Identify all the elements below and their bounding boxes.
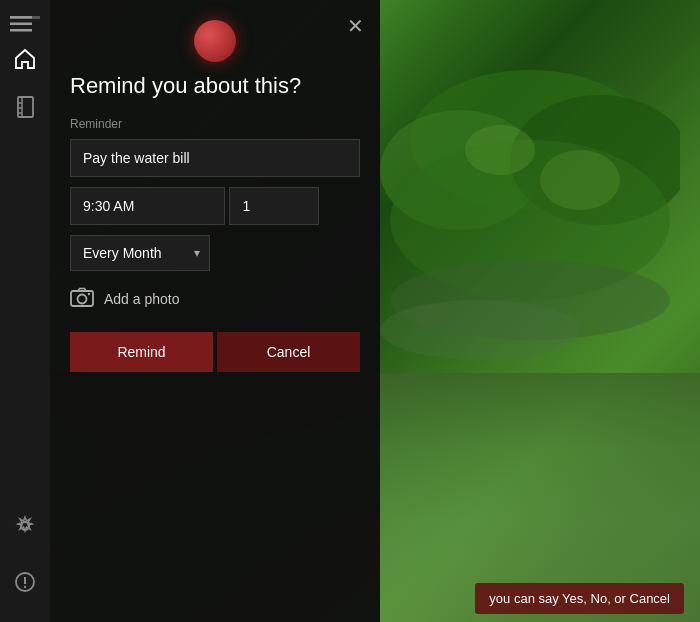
sidebar-hamburger[interactable] [10, 16, 40, 19]
svg-point-23 [88, 292, 90, 294]
cortana-orb [194, 20, 236, 62]
svg-rect-10 [10, 29, 32, 32]
action-buttons: Remind Cancel [70, 332, 360, 372]
reminder-time-input[interactable] [70, 187, 225, 225]
dialog-content: Remind you about this? Reminder Every Da… [50, 72, 380, 622]
svg-point-20 [24, 586, 26, 588]
remind-button[interactable]: Remind [70, 332, 213, 372]
reminder-day-input[interactable] [229, 187, 319, 225]
svg-point-6 [540, 150, 620, 210]
sidebar-item-home[interactable] [5, 39, 45, 79]
add-photo-row[interactable]: Add a photo [70, 287, 360, 312]
camera-icon [70, 287, 94, 312]
svg-point-7 [465, 125, 535, 175]
svg-rect-12 [18, 97, 33, 117]
dialog-title: Remind you about this? [70, 72, 360, 101]
reminder-label: Reminder [70, 117, 360, 131]
tooltip-text: you can say Yes, No, or Cancel [489, 591, 670, 606]
svg-rect-9 [10, 23, 32, 26]
sidebar-item-feedback[interactable] [5, 562, 45, 602]
svg-point-5 [380, 300, 580, 360]
svg-point-22 [78, 294, 87, 303]
recurrence-select[interactable]: Every Day Every Week Every Month Every Y… [70, 235, 210, 271]
sidebar-bottom [5, 506, 45, 622]
svg-marker-11 [16, 50, 34, 68]
sidebar-item-notebook[interactable] [5, 87, 45, 127]
add-photo-label: Add a photo [104, 291, 180, 307]
cancel-button[interactable]: Cancel [217, 332, 360, 372]
reminder-text-input[interactable] [70, 139, 360, 177]
tooltip-bar: you can say Yes, No, or Cancel [475, 583, 684, 614]
cortana-header: ✕ [50, 0, 380, 72]
recurrence-select-wrapper: Every Day Every Week Every Month Every Y… [70, 235, 210, 271]
close-button[interactable]: ✕ [347, 16, 364, 36]
dialog-panel: ✕ Remind you about this? Reminder Every … [50, 0, 380, 622]
svg-rect-8 [10, 16, 32, 19]
recurrence-row: Every Day Every Week Every Month Every Y… [70, 235, 360, 271]
sidebar-item-settings[interactable] [5, 506, 45, 546]
sidebar [0, 0, 50, 622]
